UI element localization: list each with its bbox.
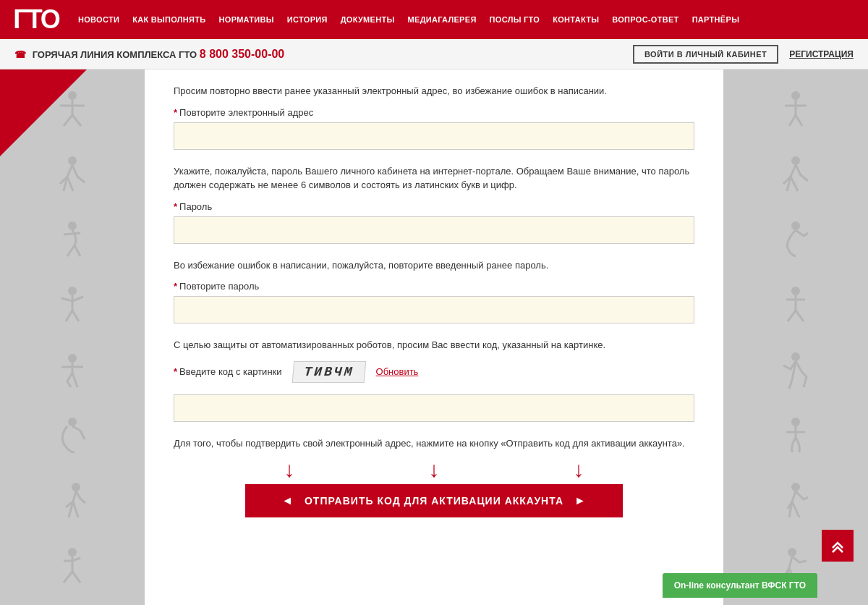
svg-point-8	[68, 221, 77, 230]
repeat-email-label: Повторите электронный адрес	[179, 107, 313, 118]
svg-point-29	[791, 91, 800, 100]
sport-figure-1	[53, 90, 93, 130]
sport-figure-r7	[776, 481, 816, 521]
svg-line-17	[72, 310, 79, 321]
svg-point-0	[68, 91, 77, 100]
required-mark-2: *	[174, 201, 177, 212]
svg-point-25	[68, 548, 77, 557]
svg-line-41	[788, 310, 796, 321]
submit-desc: Для того, чтобы подтвердить свой электро…	[174, 436, 694, 451]
hotline-label: ГОРЯЧАЯ ЛИНИЯ КОМПЛЕКСА ГТО	[33, 49, 197, 60]
sidebar-right-bg	[723, 69, 868, 605]
captcha-desc: С целью защиты от автоматизированных роб…	[174, 338, 694, 352]
sport-figure-r1	[776, 90, 816, 130]
sport-figure-r4	[776, 285, 816, 325]
svg-line-36	[791, 177, 798, 191]
hotline-bar: ☎ ГОРЯЧАЯ ЛИНИЯ КОМПЛЕКСА ГТО 8 800 350-…	[0, 39, 868, 69]
submit-button[interactable]: ОТПРАВИТЬ КОД ДЛЯ АКТИВАЦИИ АККАУНТА	[245, 484, 623, 517]
sport-figure-4	[53, 285, 93, 325]
sidebar-left	[0, 69, 145, 605]
submit-section: Для того, чтобы подтвердить свой электро…	[174, 436, 694, 518]
svg-line-19	[72, 373, 77, 387]
svg-line-45	[789, 380, 792, 389]
svg-line-33	[796, 115, 802, 126]
repeat-password-label: Повторите пароль	[179, 281, 259, 292]
repeat-email-input[interactable]	[174, 122, 694, 150]
arrow-center: ↓	[429, 459, 440, 481]
password-label: Пароль	[179, 201, 212, 212]
svg-line-27	[64, 572, 72, 583]
captcha-label-wrapper: *Введите код с картинки	[174, 366, 282, 377]
captcha-image: ТИВЧМ	[292, 361, 366, 383]
nav-history[interactable]: ИСТОРИЯ	[281, 15, 333, 24]
captcha-input[interactable]	[174, 394, 694, 422]
sport-figure-8	[53, 546, 93, 586]
svg-line-16	[66, 310, 72, 321]
logo[interactable]: ГТО	[7, 0, 65, 39]
nav-contacts[interactable]: КОНТАКТЫ	[547, 15, 605, 24]
content-area: Просим повторно ввести ранее указанный э…	[145, 69, 723, 605]
svg-point-43	[791, 352, 800, 361]
svg-point-46	[791, 418, 800, 426]
svg-line-7	[67, 177, 73, 191]
sport-figure-7	[53, 481, 93, 521]
svg-point-52	[788, 548, 796, 557]
svg-line-10	[67, 245, 75, 256]
login-button[interactable]: ВОЙТИ В ЛИЧНЫЙ КАБИНЕТ	[633, 45, 778, 64]
required-mark-3: *	[174, 281, 177, 292]
scroll-up-button[interactable]	[822, 530, 854, 562]
svg-point-12	[68, 287, 77, 295]
nav-norms[interactable]: НОРМАТИВЫ	[213, 15, 280, 24]
svg-line-4	[72, 115, 81, 126]
svg-point-5	[68, 156, 77, 165]
sidebar-right	[723, 69, 868, 605]
repeat-password-desc: Во избежание ошибок в написании, пожалуй…	[174, 258, 694, 273]
logo-text: ГТО	[13, 4, 59, 35]
scroll-up-icon	[830, 538, 846, 554]
hotline-text: ☎ ГОРЯЧАЯ ЛИНИЯ КОМПЛЕКСА ГТО 8 800 350-…	[14, 48, 618, 61]
nav-media[interactable]: МЕДИАГАЛЕРЕЯ	[402, 15, 482, 24]
sport-figure-3	[53, 220, 93, 260]
repeat-email-desc: Просим повторно ввести ранее указанный э…	[174, 84, 694, 98]
svg-point-21	[68, 418, 77, 426]
svg-point-34	[791, 156, 800, 165]
svg-line-32	[789, 115, 796, 126]
arrow-indicators: ↓ ↓ ↓	[174, 459, 694, 481]
sport-figure-5	[53, 351, 93, 391]
nav-partners[interactable]: ПАРТНЁРЫ	[686, 15, 746, 24]
nav-faq[interactable]: ВОПРОС-ОТВЕТ	[606, 15, 684, 24]
required-mark: *	[174, 107, 177, 118]
password-label-wrapper: *Пароль	[174, 201, 694, 212]
register-button[interactable]: РЕГИСТРАЦИЯ	[789, 49, 854, 59]
captcha-row: *Введите код с картинки ТИВЧМ Обновить	[174, 361, 694, 383]
repeat-password-input[interactable]	[174, 296, 694, 323]
svg-line-42	[796, 310, 804, 321]
sport-figure-6	[53, 416, 93, 456]
nav-news[interactable]: НОВОСТИ	[72, 15, 125, 24]
consultant-button[interactable]: On-line консультант ВФСК ГТО	[663, 573, 817, 598]
sport-figure-r6	[776, 416, 816, 456]
repeat-password-section: Во избежание ошибок в написании, пожалуй…	[174, 258, 694, 324]
sport-icons-left	[0, 69, 145, 605]
refresh-captcha-link[interactable]: Обновить	[376, 366, 419, 377]
nav-ambassadors[interactable]: ПОСЛЫ ГТО	[484, 15, 546, 24]
svg-point-18	[68, 354, 77, 363]
svg-point-22	[72, 483, 80, 491]
password-desc: Укажите, пожалуйста, пароль Вашего лично…	[174, 164, 694, 192]
nav-docs[interactable]: ДОКУМЕНТЫ	[335, 15, 401, 24]
sport-figure-r3	[776, 220, 816, 260]
main-layout: Просим повторно ввести ранее указанный э…	[0, 69, 868, 605]
svg-point-49	[791, 483, 800, 491]
svg-line-9	[64, 233, 80, 234]
password-section: Укажите, пожалуйста, пароль Вашего лично…	[174, 164, 694, 244]
repeat-password-label-wrapper: *Повторите пароль	[174, 281, 694, 292]
captcha-section: С целью защиты от автоматизированных роб…	[174, 338, 694, 422]
required-mark-4: *	[174, 366, 177, 377]
password-input[interactable]	[174, 216, 694, 244]
sidebar-bg	[0, 69, 145, 605]
svg-line-24	[73, 502, 78, 517]
phone-icon: ☎	[14, 49, 26, 60]
repeat-email-label-wrapper: *Повторите электронный адрес	[174, 107, 694, 118]
nav-howto[interactable]: КАК ВЫПОЛНЯТЬ	[127, 15, 211, 24]
arrow-left: ↓	[284, 459, 295, 481]
